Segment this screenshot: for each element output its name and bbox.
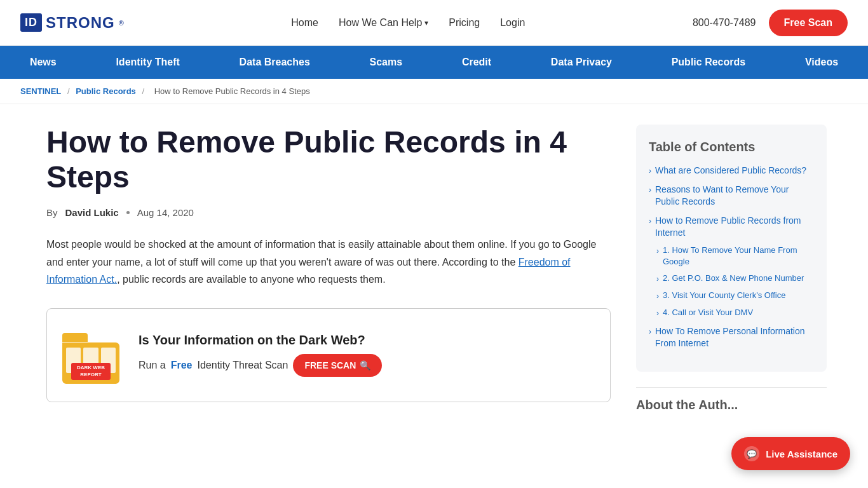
- dark-web-folder-icon: DARK WEB REPORT: [62, 327, 126, 384]
- article: How to Remove Public Records in 4 Steps …: [46, 125, 611, 412]
- chevron-right-icon-2: ›: [649, 185, 651, 196]
- toc-item-1: › What are Considered Public Records?: [649, 165, 814, 177]
- nav-how-we-can-help[interactable]: How We Can Help ▾: [339, 17, 428, 29]
- logo-id: ID: [20, 13, 42, 32]
- blue-nav-data-privacy[interactable]: Data Privacy: [546, 57, 617, 68]
- toc-link-4[interactable]: › How To Remove Personal Information Fro…: [649, 325, 814, 350]
- toc-sub-label-4: 4. Call or Visit Your DMV: [663, 307, 753, 318]
- chevron-right-sub-icon-4: ›: [656, 308, 659, 319]
- logo-reg: ®: [119, 19, 124, 27]
- breadcrumb-sep2: /: [142, 86, 144, 96]
- nav-login[interactable]: Login: [500, 17, 525, 28]
- about-author-section: About the Auth...: [636, 387, 827, 412]
- chevron-right-sub-icon-1: ›: [656, 246, 659, 257]
- article-meta: By David Lukic Aug 14, 2020: [46, 207, 611, 218]
- blue-nav-videos[interactable]: Videos: [800, 57, 843, 68]
- logo-strong: STRONG: [46, 14, 115, 32]
- blue-nav-public-records[interactable]: Public Records: [667, 57, 750, 68]
- toc-link-1[interactable]: › What are Considered Public Records?: [649, 165, 814, 177]
- toc-sub-list: › 1. How To Remove Your Name From Google…: [656, 245, 814, 319]
- dark-web-title: Is Your Information on the Dark Web?: [139, 333, 592, 348]
- meta-dot: [126, 211, 130, 214]
- chevron-down-icon: ▾: [424, 18, 428, 27]
- nav-pricing[interactable]: Pricing: [449, 17, 480, 28]
- chevron-right-sub-icon-2: ›: [656, 274, 659, 285]
- breadcrumb-root[interactable]: SENTINEL: [20, 86, 61, 96]
- free-scan-label: FREE SCAN: [304, 360, 356, 370]
- toc-label-3: How to Remove Public Records from Intern…: [655, 215, 814, 240]
- free-scan-button[interactable]: Free Scan: [769, 10, 848, 36]
- toc-item-4: › How To Remove Personal Information Fro…: [649, 325, 814, 350]
- breadcrumb-section[interactable]: Public Records: [76, 86, 136, 96]
- dark-web-box: DARK WEB REPORT Is Your Information on t…: [46, 308, 611, 402]
- toc-box: Table of Contents › What are Considered …: [636, 125, 827, 372]
- body-text-1: Most people would be shocked at the amou…: [46, 239, 596, 267]
- toc-sub-item-2: › 2. Get P.O. Box & New Phone Number: [656, 273, 814, 285]
- logo[interactable]: ID STRONG®: [20, 13, 124, 32]
- desc-prefix: Run a: [139, 360, 166, 371]
- toc-sub-item-4: › 4. Call or Visit Your DMV: [656, 307, 814, 319]
- chevron-right-icon-1: ›: [649, 166, 651, 177]
- top-nav-links: Home How We Can Help ▾ Pricing Login: [291, 17, 525, 29]
- toc-title: Table of Contents: [649, 140, 814, 154]
- toc-sub-item-1: › 1. How To Remove Your Name From Google: [656, 245, 814, 268]
- toc-link-3[interactable]: › How to Remove Public Records from Inte…: [649, 215, 814, 240]
- toc-list: › What are Considered Public Records? › …: [649, 165, 814, 350]
- toc-sub-link-3[interactable]: › 3. Visit Your County Clerk's Office: [656, 290, 814, 302]
- toc-sub-label-2: 2. Get P.O. Box & New Phone Number: [663, 273, 804, 284]
- toc-sub-item-3: › 3. Visit Your County Clerk's Office: [656, 290, 814, 302]
- chevron-right-sub-icon-3: ›: [656, 291, 659, 302]
- breadcrumb-current: How to Remove Public Records in 4 Steps: [154, 86, 310, 96]
- sidebar: Table of Contents › What are Considered …: [636, 125, 827, 412]
- body-text-2: , public records are available to anyone…: [117, 274, 385, 285]
- blue-nav-identity-theft[interactable]: Identity Theft: [111, 57, 184, 68]
- dark-web-text: Is Your Information on the Dark Web? Run…: [139, 333, 592, 377]
- toc-sub-label-1: 1. How To Remove Your Name From Google: [663, 245, 814, 268]
- nav-home[interactable]: Home: [291, 17, 318, 28]
- toc-label-4: How To Remove Personal Information From …: [655, 325, 814, 350]
- article-title: How to Remove Public Records in 4 Steps: [46, 125, 611, 194]
- toc-sub-link-4[interactable]: › 4. Call or Visit Your DMV: [656, 307, 814, 319]
- top-nav-right: 800-470-7489 Free Scan: [693, 10, 848, 36]
- toc-item-2: › Reasons to Want to Remove Your Public …: [649, 184, 814, 208]
- desc-free-word: Free: [171, 360, 193, 371]
- blue-nav-news[interactable]: News: [25, 57, 62, 68]
- blue-nav-scams[interactable]: Scams: [365, 57, 408, 68]
- breadcrumb-sep1: /: [67, 86, 70, 96]
- blue-nav-credit[interactable]: Credit: [457, 57, 496, 68]
- dark-web-desc: Run a Free Identity Threat Scan FREE SCA…: [139, 354, 592, 377]
- chevron-right-icon-3: ›: [649, 216, 651, 227]
- toc-sub-link-1[interactable]: › 1. How To Remove Your Name From Google: [656, 245, 814, 268]
- by-label: By: [46, 207, 58, 218]
- breadcrumb: SENTINEL / Public Records / How to Remov…: [0, 79, 868, 104]
- top-nav: ID STRONG® Home How We Can Help ▾ Pricin…: [0, 0, 868, 46]
- article-body: Most people would be shocked at the amou…: [46, 236, 611, 288]
- main-container: How to Remove Public Records in 4 Steps …: [21, 104, 847, 433]
- toc-sub-link-2[interactable]: › 2. Get P.O. Box & New Phone Number: [656, 273, 814, 285]
- toc-label-2: Reasons to Want to Remove Your Public Re…: [655, 184, 814, 208]
- dwr-badge: DARK WEB REPORT: [71, 363, 111, 380]
- chevron-right-icon-4: ›: [649, 327, 651, 337]
- toc-sub-label-3: 3. Visit Your County Clerk's Office: [663, 290, 785, 301]
- toc-link-2[interactable]: › Reasons to Want to Remove Your Public …: [649, 184, 814, 208]
- toc-item-3: › How to Remove Public Records from Inte…: [649, 215, 814, 319]
- blue-nav: News Identity Theft Data Breaches Scams …: [0, 46, 868, 79]
- search-icon: 🔍: [360, 360, 370, 370]
- toc-label-1: What are Considered Public Records?: [655, 165, 806, 177]
- free-scan-small-button[interactable]: FREE SCAN 🔍: [293, 354, 382, 377]
- article-date: Aug 14, 2020: [137, 207, 194, 218]
- author-name[interactable]: David Lukic: [65, 207, 119, 218]
- desc-suffix: Identity Threat Scan: [198, 360, 288, 371]
- phone-number: 800-470-7489: [693, 17, 756, 29]
- blue-nav-data-breaches[interactable]: Data Breaches: [234, 57, 315, 68]
